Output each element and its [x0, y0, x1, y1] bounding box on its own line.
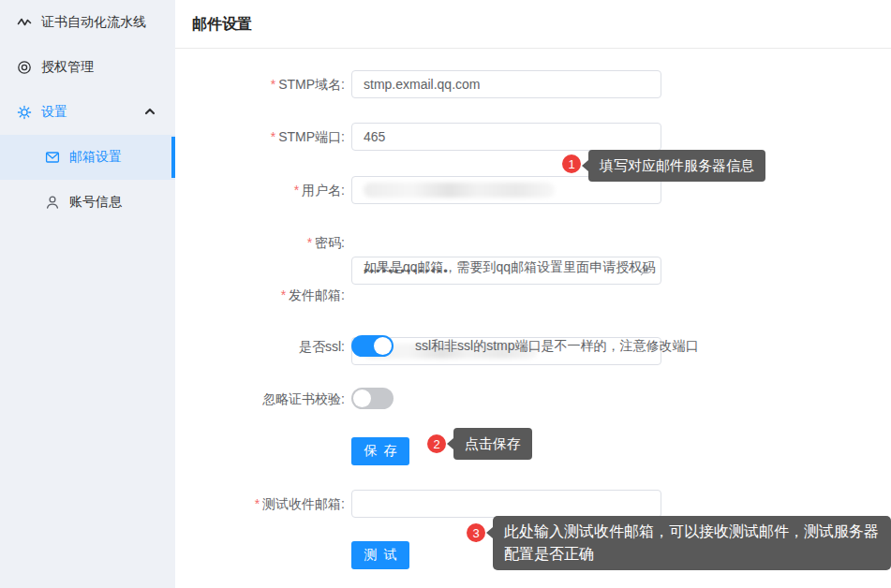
- password-label: *密码:: [175, 228, 345, 257]
- required-asterisk: *: [271, 77, 275, 92]
- sidebar-item-label: 授权管理: [41, 59, 94, 76]
- page-title: 邮件设置: [192, 0, 252, 49]
- gear-icon: [17, 105, 32, 120]
- annotation-tooltip-3: 此处输入测试收件邮箱，可以接收测试邮件，测试服务器配置是否正确: [493, 516, 891, 570]
- required-asterisk: *: [307, 235, 312, 250]
- required-asterisk: *: [281, 287, 286, 302]
- sidebar-item-settings[interactable]: 设置: [0, 90, 175, 135]
- sidebar-item-cert-pipeline[interactable]: 证书自动化流水线: [0, 0, 175, 45]
- save-button[interactable]: 保存: [351, 437, 409, 465]
- smtp-domain-label: *STMP域名:: [175, 70, 345, 98]
- test-email-input[interactable]: [351, 490, 661, 518]
- tooltip-arrow: [582, 160, 588, 171]
- sidebar-item-mail-settings[interactable]: 邮箱设置: [0, 135, 175, 180]
- mail-icon: [45, 150, 60, 165]
- annotation-badge-2: 2: [427, 434, 446, 453]
- smtp-port-input[interactable]: [351, 123, 661, 151]
- required-asterisk: *: [255, 496, 260, 511]
- chevron-up-icon[interactable]: [143, 105, 156, 118]
- sidebar-item-auth-management[interactable]: 授权管理: [0, 45, 175, 90]
- activity-icon: [17, 15, 32, 30]
- username-label: *用户名:: [175, 176, 345, 204]
- main-content: 邮件设置 *STMP域名: *STMP端口: *用户名: *密码: 如果是qq邮…: [175, 0, 891, 588]
- redacted-value: [364, 183, 555, 198]
- required-asterisk: *: [294, 183, 299, 198]
- smtp-domain-input[interactable]: [351, 70, 661, 98]
- ssl-label: 是否ssl:: [175, 332, 345, 360]
- sidebar-item-account-info[interactable]: 账号信息: [0, 180, 175, 225]
- ignore-cert-row: [351, 388, 394, 409]
- test-email-label: *测试收件邮箱:: [175, 490, 345, 518]
- annotation-tooltip-2: 点击保存: [453, 428, 532, 460]
- target-icon: [17, 60, 32, 75]
- tooltip-arrow: [447, 438, 453, 449]
- sidebar: 证书自动化流水线 授权管理 设置: [0, 0, 175, 588]
- annotation-badge-3: 3: [467, 523, 485, 542]
- sidebar-item-label: 证书自动化流水线: [41, 14, 146, 31]
- ssl-row: ssl和非ssl的stmp端口是不一样的，注意修改端口: [351, 335, 699, 357]
- toggle-knob: [353, 390, 371, 407]
- tooltip-arrow: [486, 527, 493, 538]
- annotation-badge-1: 1: [562, 154, 581, 173]
- ssl-note: ssl和非ssl的stmp端口是不一样的，注意修改端口: [415, 338, 699, 355]
- sidebar-item-label: 账号信息: [69, 194, 122, 211]
- sidebar-item-label: 邮箱设置: [69, 149, 122, 166]
- page-header: 邮件设置: [175, 0, 891, 49]
- user-icon: [45, 195, 60, 210]
- ssl-toggle[interactable]: [351, 335, 394, 357]
- ignore-cert-toggle[interactable]: [351, 388, 394, 409]
- smtp-port-label: *STMP端口:: [175, 123, 345, 151]
- toggle-knob: [374, 337, 392, 355]
- sender-email-label: *发件邮箱:: [175, 281, 345, 309]
- ignore-cert-label: 忽略证书校验:: [175, 385, 345, 413]
- required-asterisk: *: [271, 129, 275, 144]
- test-button[interactable]: 测试: [351, 541, 409, 569]
- sidebar-item-label: 设置: [41, 104, 67, 121]
- password-hint: 如果是qq邮箱，需要到qq邮箱设置里面申请授权码: [364, 259, 655, 276]
- annotation-tooltip-1: 填写对应邮件服务器信息: [588, 150, 765, 182]
